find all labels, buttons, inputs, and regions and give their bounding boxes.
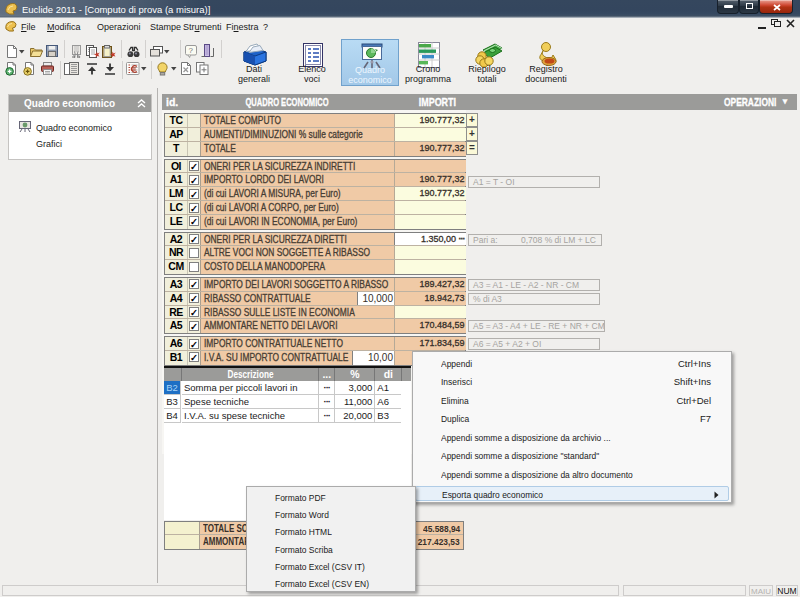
svg-text:?: ? xyxy=(189,46,194,55)
